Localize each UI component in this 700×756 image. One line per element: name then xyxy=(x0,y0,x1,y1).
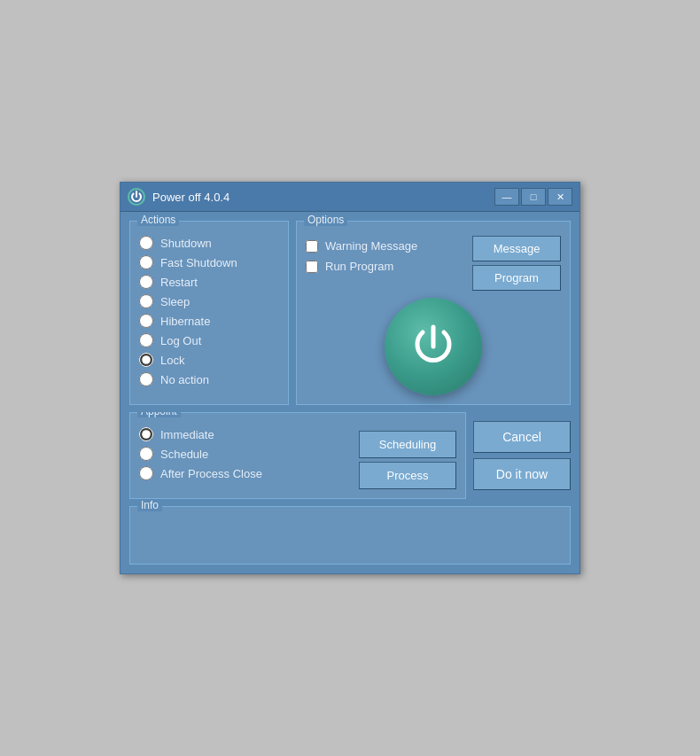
action-sleep-label: Sleep xyxy=(160,295,190,308)
appoint-immediate-label: Immediate xyxy=(160,428,214,441)
appoint-after-process-label: After Process Close xyxy=(160,467,262,480)
actions-group: Actions Shutdown Fast Shutdown Restart S… xyxy=(129,221,289,405)
options-left: Warning Message Run Program xyxy=(306,236,463,280)
power-circle xyxy=(385,298,482,395)
close-button[interactable]: ✕ xyxy=(548,188,572,206)
actions-label: Actions xyxy=(137,214,179,226)
appoint-immediate[interactable]: Immediate xyxy=(139,427,352,441)
right-buttons: Cancel Do it now xyxy=(473,412,571,499)
action-no-action[interactable]: No action xyxy=(139,372,279,386)
appoint-label: Appoint xyxy=(137,412,181,417)
message-button[interactable]: Message xyxy=(472,236,561,261)
process-button[interactable]: Process xyxy=(359,462,456,489)
action-no-action-label: No action xyxy=(160,373,209,386)
warning-message-checkbox[interactable]: Warning Message xyxy=(306,239,463,253)
action-logout[interactable]: Log Out xyxy=(139,333,279,347)
action-hibernate-label: Hibernate xyxy=(160,315,210,328)
appoint-schedule[interactable]: Schedule xyxy=(139,447,352,461)
options-inner: Warning Message Run Program Message Prog… xyxy=(306,236,561,291)
action-lock[interactable]: Lock xyxy=(139,353,279,367)
program-button[interactable]: Program xyxy=(472,265,561,291)
minimize-button[interactable]: — xyxy=(494,188,519,206)
run-program-label: Run Program xyxy=(325,260,393,273)
appoint-schedule-label: Schedule xyxy=(160,448,208,461)
options-group: Options Warning Message Run Program xyxy=(296,221,571,405)
window-title: Power off 4.0.4 xyxy=(152,191,487,204)
options-right: Message Program xyxy=(472,236,561,291)
window-content: Actions Shutdown Fast Shutdown Restart S… xyxy=(121,212,579,573)
run-program-checkbox[interactable]: Run Program xyxy=(306,260,463,273)
warning-message-label: Warning Message xyxy=(325,239,417,253)
power-icon-container xyxy=(306,298,561,395)
options-label: Options xyxy=(304,214,347,226)
action-restart[interactable]: Restart xyxy=(139,275,279,289)
action-fast-shutdown-label: Fast Shutdown xyxy=(160,256,237,269)
action-sleep[interactable]: Sleep xyxy=(139,294,279,308)
info-group: Info xyxy=(129,506,571,565)
top-row: Actions Shutdown Fast Shutdown Restart S… xyxy=(129,221,571,405)
action-fast-shutdown[interactable]: Fast Shutdown xyxy=(139,255,279,269)
scheduling-button[interactable]: Scheduling xyxy=(359,431,456,458)
titlebar: Power off 4.0.4 — □ ✕ xyxy=(121,183,579,212)
action-restart-label: Restart xyxy=(160,276,198,289)
appoint-group: Appoint Immediate Schedule A xyxy=(129,412,466,499)
do-it-now-button[interactable]: Do it now xyxy=(473,458,571,490)
action-logout-label: Log Out xyxy=(160,334,201,347)
bottom-row: Appoint Immediate Schedule A xyxy=(129,412,571,499)
info-content xyxy=(139,521,561,557)
power-symbol-icon xyxy=(407,320,460,373)
action-hibernate[interactable]: Hibernate xyxy=(139,314,279,328)
action-shutdown-label: Shutdown xyxy=(160,237,212,250)
action-shutdown[interactable]: Shutdown xyxy=(139,236,279,250)
info-label: Info xyxy=(137,499,162,511)
action-lock-label: Lock xyxy=(160,354,184,367)
cancel-button[interactable]: Cancel xyxy=(473,421,571,453)
main-window: Power off 4.0.4 — □ ✕ Actions Shutdown F… xyxy=(120,182,580,574)
power-icon xyxy=(128,188,145,206)
maximize-button[interactable]: □ xyxy=(521,188,546,206)
window-controls: — □ ✕ xyxy=(494,188,572,206)
appoint-after-process[interactable]: After Process Close xyxy=(139,466,352,480)
appoint-buttons: Scheduling Process xyxy=(359,427,456,489)
appoint-content: Immediate Schedule After Process Close S… xyxy=(139,427,456,489)
appoint-radios: Immediate Schedule After Process Close xyxy=(139,427,352,489)
